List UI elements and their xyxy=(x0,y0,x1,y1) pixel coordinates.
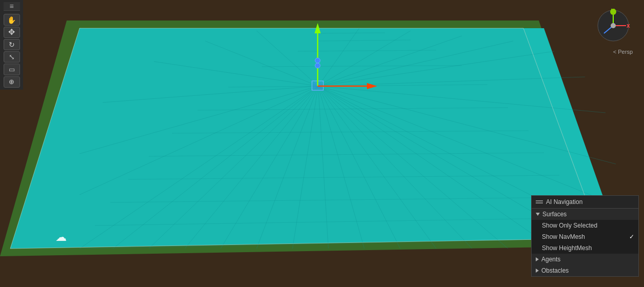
svg-line-42 xyxy=(198,108,508,110)
svg-line-8 xyxy=(185,86,318,249)
svg-line-45 xyxy=(298,50,436,51)
show-heightmesh-label: Show HeightMesh xyxy=(542,244,592,252)
svg-line-16 xyxy=(318,86,472,249)
svg-line-19 xyxy=(318,86,564,231)
toolbar-menu-icon[interactable]: ≡ xyxy=(4,2,20,11)
svg-line-43 xyxy=(228,85,487,87)
surfaces-section-content: Show Only Selected Show NavMesh ✓ Show H… xyxy=(532,220,638,254)
panel-header: AI Navigation xyxy=(532,196,638,209)
viewport-3d[interactable]: ☁ ≡ ✋ ✥ ↻ ⤡ ▭ ⊕ y xyxy=(0,0,644,287)
svg-point-64 xyxy=(610,9,616,15)
svg-line-47 xyxy=(318,33,385,33)
svg-line-32 xyxy=(318,77,585,86)
svg-line-25 xyxy=(205,41,318,86)
svg-marker-2 xyxy=(10,28,600,249)
svg-line-40 xyxy=(149,153,544,156)
svg-line-7 xyxy=(149,86,318,249)
show-navmesh-item[interactable]: Show NavMesh ✓ xyxy=(532,231,638,242)
svg-text:☁: ☁ xyxy=(55,231,67,243)
hand-icon: ✋ xyxy=(7,16,16,24)
svg-line-39 xyxy=(128,175,559,179)
svg-line-27 xyxy=(318,28,359,86)
menu-lines-icon: ≡ xyxy=(9,2,13,10)
agents-section: Agents xyxy=(532,254,638,265)
svg-line-17 xyxy=(318,86,508,249)
show-navmesh-check: ✓ xyxy=(629,233,634,240)
collapse-surfaces-icon xyxy=(536,213,540,216)
orientation-gizmo[interactable]: y x xyxy=(593,5,634,46)
svg-line-37 xyxy=(95,218,588,225)
svg-line-41 xyxy=(172,131,529,133)
persp-text: < Persp xyxy=(613,49,633,55)
show-navmesh-label: Show NavMesh xyxy=(542,233,585,240)
rotate-icon: ↻ xyxy=(9,40,15,49)
surfaces-section: Surfaces Show Only Selected Show NavMesh… xyxy=(532,209,638,254)
svg-line-22 xyxy=(80,86,318,154)
rotate-tool-button[interactable]: ↻ xyxy=(4,39,20,50)
svg-line-24 xyxy=(154,61,318,86)
svg-line-23 xyxy=(103,86,318,102)
svg-line-6 xyxy=(113,86,318,249)
rect-tool-button[interactable]: ▭ xyxy=(4,64,20,75)
transform-icon: ⊕ xyxy=(9,78,14,86)
svg-point-65 xyxy=(611,23,616,28)
svg-line-5 xyxy=(80,86,318,249)
svg-line-11 xyxy=(292,86,318,249)
expand-obstacles-icon xyxy=(536,269,539,273)
svg-point-55 xyxy=(315,63,320,68)
scale-icon: ⤡ xyxy=(9,53,15,61)
svg-line-30 xyxy=(318,41,513,86)
svg-point-56 xyxy=(315,58,320,63)
move-tool-button[interactable]: ✥ xyxy=(4,27,20,38)
svg-line-29 xyxy=(318,36,462,86)
obstacles-label: Obstacles xyxy=(541,267,569,274)
svg-line-35 xyxy=(318,86,616,205)
perspective-label: < Persp xyxy=(613,49,633,55)
surfaces-section-header[interactable]: Surfaces xyxy=(532,209,638,220)
svg-line-14 xyxy=(318,86,400,249)
surfaces-label: Surfaces xyxy=(542,211,567,218)
agents-label: Agents xyxy=(541,256,560,263)
panel-title: AI Navigation xyxy=(546,198,582,206)
svg-line-38 xyxy=(110,197,575,202)
svg-rect-49 xyxy=(312,81,323,90)
svg-line-31 xyxy=(318,51,554,86)
agents-section-header[interactable]: Agents xyxy=(532,254,638,265)
svg-line-33 xyxy=(318,86,606,113)
left-toolbar: ≡ ✋ ✥ ↻ ⤡ ▭ ⊕ xyxy=(0,0,23,90)
svg-line-28 xyxy=(318,31,411,86)
show-only-selected-item[interactable]: Show Only Selected xyxy=(532,220,638,231)
svg-line-9 xyxy=(221,86,318,249)
svg-line-15 xyxy=(318,86,436,249)
panel-grip-icon xyxy=(536,200,543,203)
svg-line-21 xyxy=(80,86,318,195)
hand-tool-button[interactable]: ✋ xyxy=(4,14,20,25)
svg-line-46 xyxy=(318,40,411,41)
svg-line-26 xyxy=(257,31,318,86)
move-icon: ✥ xyxy=(8,27,15,37)
obstacles-section-header[interactable]: Obstacles xyxy=(532,265,638,276)
svg-rect-50 xyxy=(313,82,322,89)
svg-marker-54 xyxy=(367,83,377,89)
svg-text:x: x xyxy=(627,22,630,29)
transform-tool-button[interactable]: ⊕ xyxy=(4,76,20,88)
svg-line-10 xyxy=(257,86,318,249)
svg-marker-52 xyxy=(315,23,321,33)
svg-marker-48 xyxy=(10,28,600,249)
svg-marker-1 xyxy=(0,20,616,256)
ai-navigation-panel: AI Navigation Surfaces Show Only Selecte… xyxy=(531,195,639,277)
svg-line-18 xyxy=(318,86,539,238)
svg-line-36 xyxy=(80,238,600,249)
rect-icon: ▭ xyxy=(9,66,15,73)
show-only-selected-label: Show Only Selected xyxy=(542,222,597,229)
svg-line-13 xyxy=(318,86,364,249)
show-heightmesh-item[interactable]: Show HeightMesh xyxy=(532,242,638,254)
expand-agents-icon xyxy=(536,257,539,261)
scale-tool-button[interactable]: ⤡ xyxy=(4,51,20,63)
svg-line-34 xyxy=(318,86,616,164)
obstacles-section: Obstacles xyxy=(532,265,638,276)
svg-line-12 xyxy=(318,86,328,249)
svg-line-44 xyxy=(262,66,462,67)
